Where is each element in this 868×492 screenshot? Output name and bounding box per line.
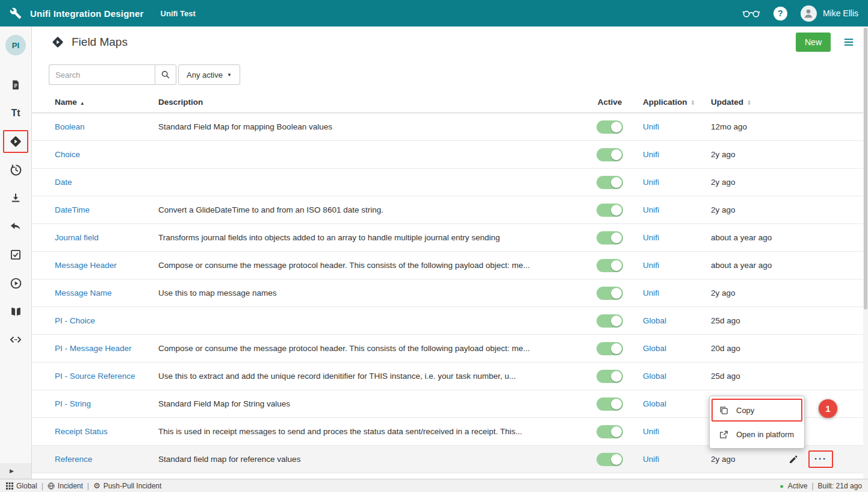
sidebar-item-code[interactable] (9, 333, 22, 346)
active-toggle[interactable] (597, 148, 623, 161)
updated-text: about a year ago (709, 261, 787, 270)
application-link[interactable]: Global (643, 399, 666, 408)
column-name-label: Name (55, 98, 77, 107)
toggle-knob (611, 426, 622, 437)
fieldmap-name-link[interactable]: PI - Source Reference (55, 372, 135, 381)
sidebar-item-text-format[interactable]: Tt (9, 107, 22, 120)
active-toggle[interactable] (597, 231, 623, 244)
application-link[interactable]: Unifi (643, 427, 659, 436)
sidebar-item-document[interactable] (9, 78, 22, 92)
sidebar-item-run[interactable] (9, 276, 22, 290)
sidebar-expand-toggle[interactable]: ▶ (0, 463, 31, 479)
fieldmap-name-link[interactable]: Message Header (55, 261, 117, 270)
sidebar-item-download[interactable] (9, 192, 22, 205)
active-toggle[interactable] (597, 342, 623, 355)
new-button[interactable]: New (796, 33, 831, 52)
footer-process[interactable]: Incident (48, 482, 83, 490)
sidebar-item-documentation[interactable] (9, 305, 22, 318)
sidebar-item-reply[interactable] (9, 220, 22, 233)
scrollbar-thumb[interactable] (864, 28, 867, 310)
active-toggle[interactable] (597, 425, 623, 438)
updated-text: 2y ago (709, 178, 787, 187)
footer-scope[interactable]: Global (6, 482, 37, 490)
context-menu-open-in-platform[interactable]: Open in platform (710, 422, 804, 446)
application-link[interactable]: Global (643, 372, 666, 381)
application-link[interactable]: Global (643, 344, 666, 353)
active-toggle[interactable] (597, 453, 623, 466)
updated-text: 2y ago (709, 455, 787, 464)
active-toggle[interactable] (597, 370, 623, 383)
more-actions-button[interactable]: ··· (808, 450, 833, 468)
fieldmap-name-link[interactable]: PI - String (55, 399, 91, 408)
column-header-name[interactable]: Name▲ (55, 98, 158, 107)
table-row[interactable]: Reference Standard field map for referen… (32, 446, 863, 473)
table-row[interactable]: PI - Message Header Compose or consume t… (32, 335, 863, 363)
footer-integration[interactable]: ⚙ Push-Pull Incident (93, 481, 161, 490)
spectacles-icon[interactable] (742, 8, 760, 18)
fieldmap-name-link[interactable]: PI - Choice (55, 316, 95, 325)
environment-name[interactable]: Unifi Test (161, 9, 196, 18)
table-row[interactable]: Choice Unifi 2y ago ··· (32, 141, 863, 169)
sidebar-item-field-maps[interactable] (3, 130, 28, 153)
table-row[interactable]: DateTime Convert a GlideDateTime to and … (32, 196, 863, 224)
fieldmap-name-link[interactable]: Journal field (55, 233, 99, 242)
grid-icon (6, 482, 13, 490)
fieldmap-name-link[interactable]: Receipt Status (55, 427, 108, 436)
checkbox-check-icon (10, 249, 22, 261)
application-link[interactable]: Unifi (643, 178, 659, 187)
help-glyph: ? (778, 8, 783, 18)
toggle-knob (611, 454, 622, 465)
search-button[interactable] (155, 64, 176, 85)
application-link[interactable]: Unifi (643, 122, 659, 131)
table-row[interactable]: Message Header Compose or consume the me… (32, 252, 863, 279)
table-row[interactable]: PI - Choice Global 25d ago ··· (32, 307, 863, 335)
application-link[interactable]: Unifi (643, 455, 659, 464)
active-toggle[interactable] (597, 176, 623, 189)
context-menu-copy[interactable]: Copy (710, 398, 804, 422)
search-input[interactable] (49, 64, 155, 85)
table-row[interactable]: Journal field Transforms journal fields … (32, 224, 863, 252)
fieldmap-name-link[interactable]: Boolean (55, 122, 85, 131)
fieldmap-description: Transforms journal fields into objects a… (158, 233, 580, 242)
application-link[interactable]: Global (643, 316, 666, 325)
fieldmap-name-link[interactable]: DateTime (55, 205, 90, 214)
history-icon (10, 164, 22, 176)
help-icon[interactable]: ? (773, 7, 787, 20)
table-row[interactable]: Date Unifi 2y ago ··· (32, 169, 863, 196)
table-row[interactable]: Message Name Use this to map message nam… (32, 279, 863, 307)
active-toggle[interactable] (597, 314, 623, 328)
list-toolbar: Any active ▼ (32, 58, 863, 92)
active-filter-dropdown[interactable]: Any active ▼ (178, 64, 240, 85)
sort-both-icon: ▲▼ (691, 99, 695, 105)
edit-button[interactable] (787, 453, 800, 466)
sidebar-item-tasks[interactable] (9, 248, 22, 261)
application-link[interactable]: Unifi (643, 261, 659, 270)
document-icon (10, 79, 21, 91)
application-link[interactable]: Unifi (643, 205, 659, 214)
fieldmap-name-link[interactable]: Choice (55, 150, 80, 159)
app-title: Unifi Integration Designer (30, 8, 144, 19)
project-avatar[interactable]: PI (5, 35, 26, 55)
fieldmap-name-link[interactable]: Date (55, 178, 72, 187)
active-toggle[interactable] (597, 397, 623, 411)
user-name[interactable]: Mike Ellis (823, 8, 858, 18)
application-link[interactable]: Unifi (643, 233, 659, 242)
fieldmap-name-link[interactable]: PI - Message Header (55, 344, 132, 353)
avatar[interactable] (801, 5, 817, 22)
application-link[interactable]: Unifi (643, 288, 659, 297)
table-row[interactable]: Boolean Standard Field Map for mapping B… (32, 113, 863, 141)
active-toggle[interactable] (597, 204, 623, 217)
column-header-application[interactable]: Application▲▼ (640, 98, 709, 107)
copy-label: Copy (736, 406, 754, 415)
active-toggle[interactable] (597, 287, 623, 300)
active-toggle[interactable] (597, 120, 623, 134)
active-toggle[interactable] (597, 259, 623, 272)
sidebar-item-history[interactable] (9, 163, 22, 176)
table-row[interactable]: PI - Source Reference Use this to extrac… (32, 363, 863, 390)
fieldmap-name-link[interactable]: Reference (55, 455, 92, 464)
menu-icon[interactable] (843, 37, 855, 47)
column-header-updated[interactable]: Updated▲▼ (709, 98, 787, 107)
application-link[interactable]: Unifi (643, 150, 659, 159)
fieldmap-name-link[interactable]: Message Name (55, 288, 112, 297)
toggle-knob (611, 205, 622, 216)
